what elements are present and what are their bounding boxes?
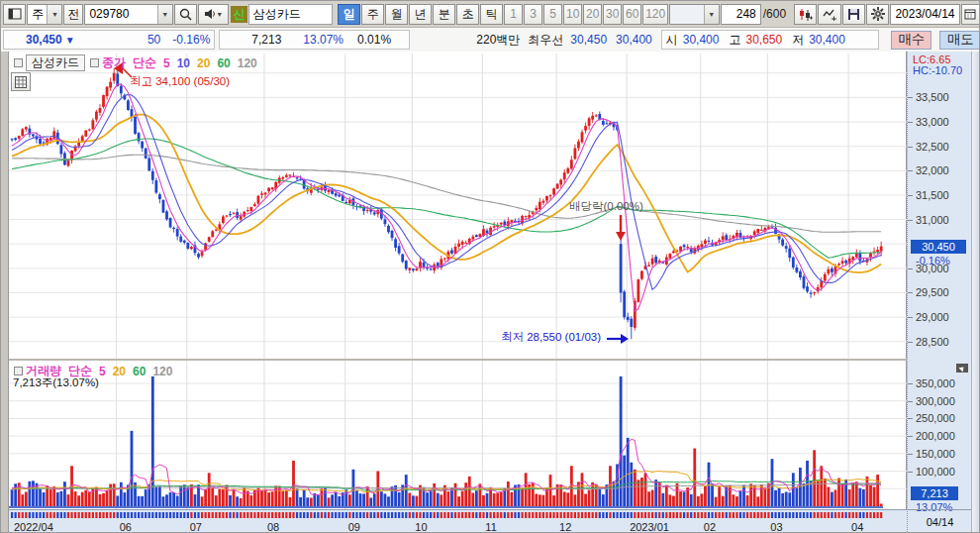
axis-tick — [908, 342, 913, 343]
chart-style-select[interactable]: 주 ▼ — [27, 4, 62, 25]
axis-label-28,500: 28,500 — [916, 336, 949, 348]
axis-label-29,000: 29,000 — [916, 311, 949, 323]
minute-button-5[interactable]: 5 — [543, 4, 562, 25]
window-icon — [8, 8, 22, 20]
x-tick-02: 02 — [704, 521, 716, 533]
chart-tools-button[interactable] — [11, 72, 31, 91]
calendar-button[interactable] — [961, 4, 980, 25]
hc-label: HC:-10.70 — [913, 64, 962, 76]
axis-label-32,500: 32,500 — [916, 141, 949, 153]
volume-ma-legend: 52060120 — [99, 365, 179, 378]
minute-button-3[interactable]: 3 — [524, 4, 542, 25]
ma-legend-20: 20 — [197, 56, 210, 70]
volume-chart[interactable]: 거래량 단순 52060120 7,213주(13.07%) — [9, 361, 907, 509]
axis-tick — [908, 454, 913, 455]
stock-name-field[interactable]: 삼성카드 — [248, 4, 334, 25]
minute-button-group: 13510203060120 — [504, 4, 669, 25]
axis-tick — [908, 436, 913, 437]
axis-tick — [908, 220, 913, 221]
ma-legend-10: 10 — [177, 56, 190, 70]
left-splitter[interactable] — [1, 52, 9, 533]
x-tick-06: 06 — [120, 521, 132, 533]
axis-label-150,000: 150,000 — [916, 448, 955, 460]
change-value: 50 — [147, 33, 160, 47]
high-label: 고 — [729, 32, 740, 49]
price-change-cell: 30,450 ▼ 50 -0.16% — [3, 30, 215, 50]
axis-label-32,000: 32,000 — [916, 164, 949, 176]
minute-button-1[interactable]: 1 — [504, 4, 523, 25]
axis-tick — [908, 401, 913, 402]
current-price: 30,450 — [26, 33, 62, 47]
price-plot[interactable] — [9, 53, 907, 359]
annotation-exdiv: 배당락(0.00%) — [569, 199, 643, 214]
search-icon — [179, 8, 192, 21]
settings-button[interactable] — [866, 4, 889, 25]
chevron-down-icon: ▼ — [216, 11, 223, 18]
volume-plot[interactable] — [9, 361, 907, 509]
search-button[interactable] — [174, 4, 197, 25]
interval-select[interactable]: ▼ — [669, 4, 720, 25]
axis-tick — [908, 97, 913, 98]
legend-checkbox[interactable] — [14, 58, 23, 67]
axis-label-300,000: 300,000 — [916, 395, 955, 407]
price-chart[interactable]: 삼성카드 종가 단순 5102060120 최고 34,100 (05/30) … — [9, 52, 907, 359]
save-icon — [847, 8, 860, 21]
period-button-틱[interactable]: 틱 — [480, 4, 503, 25]
save-button[interactable] — [842, 4, 865, 25]
minute-button-20[interactable]: 20 — [583, 4, 602, 25]
axis-label-250,000: 250,000 — [916, 412, 955, 424]
axis-label-350,000: 350,000 — [916, 377, 955, 389]
candle-chart-icon — [799, 8, 813, 21]
calendar-icon — [964, 8, 976, 20]
stock-name-tab[interactable]: 삼성카드 — [26, 54, 85, 71]
period-button-일[interactable]: 일 — [338, 4, 360, 25]
buy-button[interactable]: 매수 — [891, 31, 932, 50]
ma-legend-20: 20 — [113, 365, 126, 378]
best-bid: 30,450 — [570, 33, 607, 47]
axis-label-29,500: 29,500 — [916, 286, 949, 298]
ma-legend-60: 60 — [217, 56, 230, 70]
x-tick-2022/04: 2022/04 — [14, 521, 53, 533]
turnover-percent: 0.01% — [357, 33, 391, 47]
gear-icon — [871, 7, 885, 21]
jeon-button[interactable]: 전 — [63, 4, 83, 25]
open-value: 30,400 — [683, 33, 720, 47]
sound-button[interactable]: ▼ — [198, 4, 229, 25]
legend-checkbox[interactable] — [14, 367, 23, 375]
period-button-월[interactable]: 월 — [385, 4, 408, 25]
high-value: 30,650 — [745, 33, 782, 47]
right-splitter[interactable] — [971, 52, 980, 533]
minute-button-30[interactable]: 30 — [603, 4, 622, 25]
grid-icon — [15, 76, 27, 88]
ma-legend-5: 5 — [99, 365, 106, 378]
line-chart-button[interactable] — [818, 4, 840, 25]
expand-icon[interactable] — [956, 364, 968, 373]
stock-code-value: 029780 — [89, 7, 129, 21]
sell-button[interactable]: 매도 — [939, 31, 980, 50]
legend-checkbox[interactable] — [90, 58, 99, 67]
axis-tick — [908, 122, 913, 123]
x-axis: 2022/04060708091011122023/01020304 — [9, 509, 907, 533]
volume-cell: 7,213 13.07% 0.01% — [219, 30, 410, 50]
x-tick-07: 07 — [190, 521, 202, 533]
date-input[interactable]: 2023/04/14 — [890, 4, 959, 25]
axis-tick — [908, 418, 913, 419]
minute-button-60[interactable]: 60 — [623, 4, 641, 25]
info-bar: 30,450 ▼ 50 -0.16% 7,213 13.07% 0.01% 22… — [1, 28, 980, 53]
period-button-초[interactable]: 초 — [456, 4, 479, 25]
bar-count-input[interactable]: 248 — [721, 4, 761, 25]
period-button-주[interactable]: 주 — [361, 4, 384, 25]
period-button-년[interactable]: 년 — [409, 4, 432, 25]
panel-toggle-button[interactable] — [3, 4, 26, 25]
minute-button-10[interactable]: 10 — [563, 4, 582, 25]
down-arrow-icon: ▼ — [65, 35, 75, 46]
x-tick-12: 12 — [559, 521, 571, 533]
candle-chart-button[interactable] — [794, 4, 817, 25]
period-button-분[interactable]: 분 — [433, 4, 455, 25]
axis-tick — [908, 195, 913, 196]
plot-panel: 삼성카드 종가 단순 5102060120 최고 34,100 (05/30) … — [9, 52, 907, 533]
stock-code-input[interactable]: 029780 ▼ — [84, 4, 172, 25]
axis-tick — [908, 383, 913, 384]
ma-legend-5: 5 — [163, 56, 170, 70]
minute-button-120[interactable]: 120 — [642, 4, 668, 25]
